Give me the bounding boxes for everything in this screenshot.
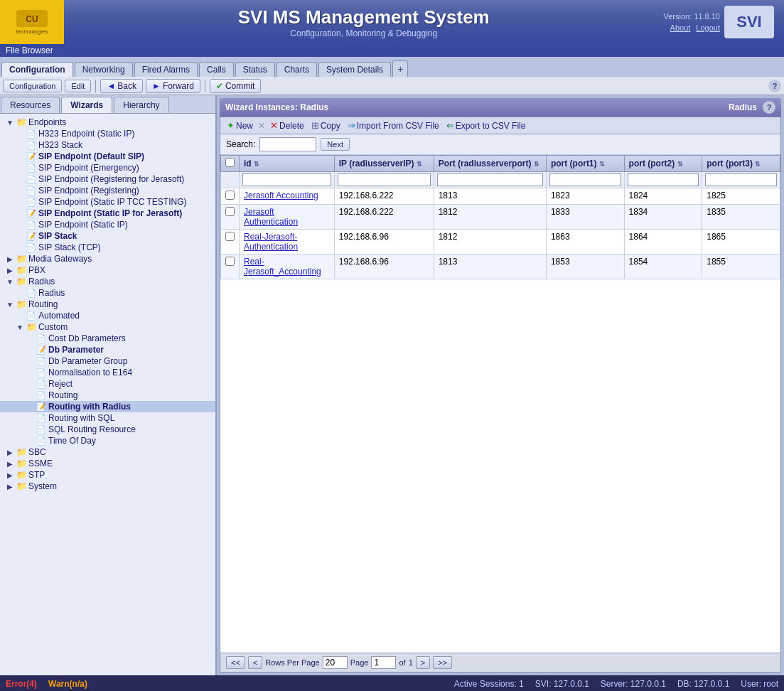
left-tab-wizards[interactable]: Wizards — [61, 97, 112, 113]
expand-radius[interactable]: ▼ — [6, 278, 14, 286]
tree-item-norm-e164[interactable]: ▶ 📄 Normalisation to E164 — [0, 367, 215, 378]
toolbar-divider-1: ✕ — [258, 121, 265, 131]
expand-routing[interactable]: ▼ — [6, 301, 14, 309]
tree-item-ssme[interactable]: ▶ 📁 SSME — [0, 458, 215, 469]
tree-item-routing-sql[interactable]: ▶ 📄 Routing with SQL — [0, 412, 215, 424]
pagination-last-btn[interactable]: >> — [433, 656, 452, 669]
pagination-prev-btn[interactable]: < — [248, 656, 262, 669]
page-number-input[interactable] — [371, 656, 396, 669]
tree-item-sip-reg[interactable]: ▶ 📄 SIP Endpoint (Registering) — [0, 185, 215, 196]
th-port3[interactable]: port (port3) ⇅ — [702, 156, 780, 172]
right-panel: Wizard Instances: Radius Radius ? ✦ New … — [217, 95, 784, 675]
new-button[interactable]: ✦ New — [225, 119, 255, 132]
search-input[interactable] — [259, 137, 316, 151]
tree-item-sip-stack-tcp[interactable]: ▶ 📄 SIP Stack (TCP) — [0, 242, 215, 253]
toolbar-help-icon[interactable]: ? — [768, 80, 781, 92]
filter-port-radius-input[interactable] — [437, 173, 543, 186]
th-ip[interactable]: IP (radiusserverIP) ⇅ — [334, 156, 434, 172]
tab-configuration[interactable]: Configuration — [1, 62, 73, 77]
row-id-link-2[interactable]: Real-Jerasoft-Authentication — [244, 232, 298, 252]
tab-fired-alarms[interactable]: Fired Alarms — [134, 62, 198, 77]
tree-item-endpoints[interactable]: ▼ 📁 Endpoints — [0, 117, 215, 128]
toolbar-back-btn[interactable]: ◄ Back — [100, 79, 143, 93]
tab-charts[interactable]: Charts — [276, 62, 317, 77]
tab-status[interactable]: Status — [235, 62, 275, 77]
row-select-1[interactable] — [225, 207, 235, 216]
tree-item-db-param-group[interactable]: ▶ 📄 Db Parameter Group — [0, 355, 215, 367]
row-select-2[interactable] — [225, 232, 235, 241]
expand-sbc[interactable]: ▶ — [6, 449, 14, 456]
filter-id-input[interactable] — [242, 173, 331, 186]
tree-item-h323-static[interactable]: ▶ 📄 H323 Endpoint (Static IP) — [0, 128, 215, 139]
tree-item-routing-item[interactable]: ▶ 📄 Routing — [0, 390, 215, 401]
tree-item-media-gateways[interactable]: ▶ 📁 Media Gateways — [0, 253, 215, 264]
panel-help-icon[interactable]: ? — [763, 101, 775, 114]
export-button[interactable]: ⇐ Export to CSV File — [444, 119, 528, 132]
tab-networking[interactable]: Networking — [75, 62, 133, 77]
th-port1[interactable]: port (port1) ⇅ — [546, 156, 624, 172]
expand-custom[interactable]: ▼ — [16, 323, 24, 331]
toolbar-edit-btn[interactable]: Edit — [65, 80, 91, 92]
expand-ssme[interactable]: ▶ — [6, 460, 14, 468]
toolbar-commit-btn[interactable]: ✔ Commit — [210, 79, 261, 93]
tree-item-sip-static-jerasoft[interactable]: ▶ 📝 SIP Endpoint (Static IP for Jerasoft… — [0, 208, 215, 219]
file-browser-label[interactable]: File Browser — [6, 45, 53, 55]
tree-item-pbx[interactable]: ▶ 📁 PBX — [0, 264, 215, 276]
tree-item-automated[interactable]: ▶ 📄 Automated — [0, 310, 215, 321]
filter-port2-input[interactable] — [628, 173, 699, 186]
tree-item-db-param[interactable]: ▶ 📝 Db Parameter — [0, 344, 215, 355]
row-id-link-0[interactable]: Jerasoft Accounting — [244, 191, 318, 200]
tree-item-sip-stack[interactable]: ▶ 📝 SIP Stack — [0, 230, 215, 242]
tree-item-sql-routing[interactable]: ▶ 📄 SQL Routing Resource — [0, 424, 215, 435]
th-id[interactable]: id ⇅ — [240, 156, 335, 172]
tree-item-system[interactable]: ▶ 📁 System — [0, 481, 215, 492]
toolbar-configuration-btn[interactable]: Configuration — [3, 80, 62, 92]
tree-item-sip-static-tcc[interactable]: ▶ 📄 SIP Endpoint (Static IP TCC TESTING) — [0, 196, 215, 208]
th-port-radius[interactable]: Port (radiusserverport) ⇅ — [434, 156, 546, 172]
expand-pbx[interactable]: ▶ — [6, 267, 14, 274]
search-next-btn[interactable]: Next — [321, 138, 350, 151]
expand-endpoints[interactable]: ▼ — [6, 119, 14, 127]
import-button[interactable]: ⇒ Import From CSV File — [345, 119, 441, 132]
tree-item-reject[interactable]: ▶ 📄 Reject — [0, 378, 215, 390]
tree-item-cost-db[interactable]: ▶ 📄 Cost Db Parameters — [0, 333, 215, 344]
expand-media-gateways[interactable]: ▶ — [6, 255, 14, 263]
select-all-checkbox[interactable] — [225, 158, 235, 167]
delete-button[interactable]: ✕ Delete — [268, 119, 306, 132]
filter-port3-input[interactable] — [705, 173, 777, 186]
th-port2[interactable]: port (port2) ⇅ — [624, 156, 702, 172]
row-select-3[interactable] — [225, 257, 235, 266]
tree-item-sip-static[interactable]: ▶ 📄 SIP Endpoint (Static IP) — [0, 219, 215, 230]
tree-item-radius-group[interactable]: ▼ 📁 Radius — [0, 276, 215, 287]
expand-system[interactable]: ▶ — [6, 483, 14, 491]
filter-ip-input[interactable] — [338, 173, 431, 186]
tree-item-routing-radius[interactable]: ▶ 📝 Routing with Radius — [0, 401, 215, 412]
tab-add[interactable]: + — [392, 60, 408, 77]
pagination-first-btn[interactable]: << — [226, 656, 245, 669]
about-link[interactable]: About — [670, 23, 691, 32]
tree-item-time-of-day[interactable]: ▶ 📄 Time Of Day — [0, 435, 215, 446]
tree-item-sip-default[interactable]: ▶ 📝 SIP Endpoint (Default SIP) — [0, 151, 215, 162]
row-id-link-3[interactable]: Real-Jerasoft_Accounting — [244, 257, 321, 277]
tree-item-custom[interactable]: ▼ 📁 Custom — [0, 321, 215, 333]
left-tab-resources[interactable]: Resources — [1, 97, 60, 113]
tab-calls[interactable]: Calls — [199, 62, 234, 77]
tree-item-stp[interactable]: ▶ 📁 STP — [0, 469, 215, 481]
tree-item-sbc[interactable]: ▶ 📁 SBC — [0, 446, 215, 458]
rows-per-page-input[interactable] — [323, 656, 348, 669]
copy-button[interactable]: ⊞ Copy — [309, 119, 343, 132]
tree-item-radius[interactable]: ▶ 📄 Radius — [0, 287, 215, 299]
expand-stp[interactable]: ▶ — [6, 471, 14, 479]
row-id-link-1[interactable]: Jerasoft Authentication — [244, 207, 298, 227]
filter-port1-input[interactable] — [549, 173, 621, 186]
tree-item-sip-emergency[interactable]: ▶ 📄 SIP Endpoint (Emergency) — [0, 162, 215, 173]
left-tab-hierarchy[interactable]: Hierarchy — [114, 97, 168, 113]
row-select-0[interactable] — [225, 191, 235, 200]
tree-item-sip-reg-jerasoft[interactable]: ▶ 📄 SIP Endpoint (Registering for Jeraso… — [0, 173, 215, 185]
toolbar-forward-btn[interactable]: ► Forward — [146, 79, 200, 93]
tree-item-routing-group[interactable]: ▼ 📁 Routing — [0, 299, 215, 310]
pagination-next-btn[interactable]: > — [416, 656, 430, 669]
logout-link[interactable]: Logout — [696, 23, 720, 32]
tab-system-details[interactable]: System Details — [318, 62, 391, 77]
tree-item-h323-stack[interactable]: ▶ 📄 H323 Stack — [0, 139, 215, 151]
